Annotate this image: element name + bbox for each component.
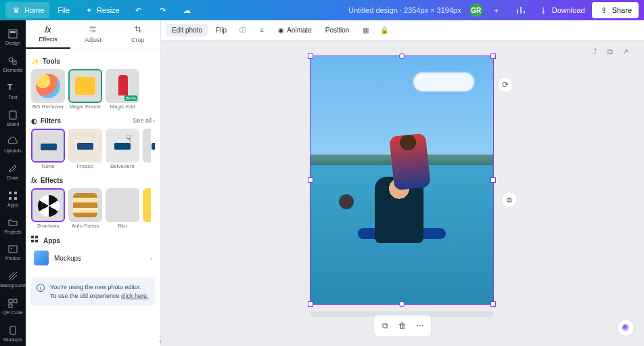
home-button[interactable]: ♛ Home [5,2,49,18]
replace-button[interactable]: ⟳ [497,77,513,93]
mockups-label: Mockups [54,255,81,262]
duplicate-button[interactable]: ⧉ [501,192,518,208]
list-icon: ≡ [260,26,264,34]
filter-none[interactable]: None [31,129,65,170]
cloud-upload-icon [7,136,18,147]
selected-photo[interactable]: ⟳ ⧉ [310,56,494,305]
filter-more[interactable] [143,129,151,170]
effect-label: Blur [118,223,127,230]
page-up-button[interactable]: ⤴ [590,46,601,57]
resize-handle[interactable] [399,53,405,59]
position-button[interactable]: Position [320,24,355,37]
animate-label: Animate [287,26,312,34]
rail-design[interactable]: Design [0,24,26,50]
info-link[interactable]: click here. [121,293,149,299]
filter-label: Belvedere [110,164,135,170]
left-icon-rail: Design Elements TText Brand Uploads Draw… [0,20,26,346]
copy-button[interactable]: ⧉ [377,318,393,333]
rail-elements[interactable]: Elements [0,51,26,77]
download-button[interactable]: ⭳ Download [534,2,589,18]
rail-uploads[interactable]: Uploads [0,132,26,158]
tool-label: Magic Edit [110,104,135,110]
tool-bg-remover[interactable]: BG Remover [31,69,65,110]
contrast-icon: ◐ [31,117,37,125]
list-button[interactable]: ≡ [254,24,270,37]
edit-photo-button[interactable]: Edit photo [166,24,208,37]
tab-adjust[interactable]: Adjust [70,20,115,49]
avatar[interactable]: GR [469,3,483,17]
undo-button[interactable]: ↶ [128,2,150,18]
effects-title: Effects [41,177,63,184]
mockups-item[interactable]: Mockups › [31,245,155,271]
lock-button[interactable]: 🔒 [376,24,392,37]
rail-text[interactable]: TText [0,79,26,104]
rail-label: Projects [4,230,21,234]
undo-icon: ↶ [133,5,144,16]
resize-handle[interactable] [490,53,496,59]
share-button[interactable]: ⇪ Share [592,2,639,18]
more-button[interactable]: ⋯ [412,318,428,333]
resize-handle[interactable] [490,301,496,307]
position-label: Position [325,26,350,34]
redo-button[interactable]: ↷ [152,2,174,18]
resize-handle[interactable] [308,301,313,307]
resize-handle[interactable] [308,53,313,59]
rail-background[interactable]: Background [0,267,26,293]
canvas[interactable]: ⤴ ⧉ ↗ ⟳ ⧉ ⧉ 🗑 ⋯ [161,41,644,346]
sliders-icon [88,24,97,35]
folder-icon [7,217,18,228]
rail-photos[interactable]: Photos [0,240,26,265]
see-all-link[interactable]: See all › [133,117,155,124]
duplicate-page-button[interactable]: ⧉ [605,46,616,57]
tab-crop[interactable]: Crop [116,20,160,49]
tools-title: Tools [43,58,60,65]
flip-button[interactable]: Flip [210,24,232,37]
cloud-sync-button[interactable]: ☁ [177,2,198,18]
tool-magic-edit[interactable]: Magic Edit [106,69,139,110]
insights-button[interactable] [510,2,532,18]
effect-blur[interactable]: Blur [106,188,139,230]
rail-qrcode[interactable]: QR Code [0,294,26,320]
info-button[interactable]: ⓘ [235,23,251,38]
rail-label: Background [0,283,25,288]
add-collaborator-button[interactable]: ＋ [486,2,507,18]
svg-point-15 [91,26,93,28]
rail-label: Mockups [3,337,22,342]
resize-handle[interactable] [490,177,496,183]
effect-autofocus[interactable]: Auto Focus [68,188,102,230]
resize-handle[interactable] [308,177,313,183]
info-icon: i [37,284,45,292]
info-text-line2: To use the old experience [50,293,121,299]
open-in-new-button[interactable]: ↗ [620,46,630,57]
page-action-icons: ⤴ ⧉ ↗ [590,46,630,57]
rail-apps[interactable]: Apps [0,186,26,212]
tools-heading: ✨ Tools [31,58,155,65]
filter-thumb [31,129,65,163]
effect-label: Auto Focus [72,223,99,230]
effect-more[interactable] [143,188,151,230]
device-icon [7,325,18,336]
see-all-text: See all [133,117,152,124]
rail-projects[interactable]: Projects [0,213,26,238]
delete-button[interactable]: 🗑 [394,318,411,333]
transparency-button[interactable]: ▦ [357,24,373,37]
tool-label: Magic Eraser [69,104,101,110]
rail-mockups[interactable]: Mockups [0,320,26,346]
resize-label: Resize [97,6,120,14]
rail-brand[interactable]: Brand [0,105,26,131]
help-fab[interactable] [617,319,635,337]
context-toolbar: Edit photo Flip ⓘ ≡ ◉Animate Position ▦ … [161,20,644,41]
file-menu[interactable]: File [52,3,75,17]
document-title[interactable]: Untitled design · 2354px × 3194px [348,6,461,14]
duplicate-icon: ⧉ [507,196,512,204]
rail-draw[interactable]: Draw [0,159,26,185]
tool-thumb [68,69,102,103]
effect-shadows[interactable]: Shadows [31,188,65,230]
filter-fresco[interactable]: Fresco [68,129,102,170]
resize-handle[interactable] [399,301,405,307]
tool-magic-eraser[interactable]: Magic Eraser [68,69,102,110]
animate-button[interactable]: ◉Animate [273,24,317,37]
filter-belvedere[interactable]: Belvedere [106,129,139,170]
resize-button[interactable]: ✦ Resize [78,2,125,18]
tab-effects[interactable]: fx Effects [26,20,70,49]
